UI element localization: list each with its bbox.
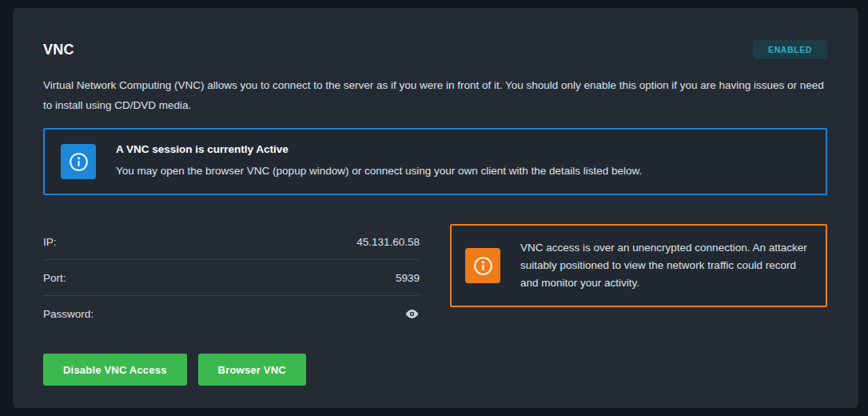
warning-info-icon [465,248,500,283]
eye-icon [404,306,420,322]
info-icon [61,144,96,179]
table-row-password: Password: [43,296,420,332]
warning-text: VNC access is over an unencrypted connec… [520,239,808,292]
table-row-ip: IP: 45.131.60.58 [43,224,420,260]
status-badge: ENABLED [753,40,827,59]
port-label: Port: [43,272,66,284]
vnc-active-alert: A VNC session is currently Active You ma… [43,128,827,195]
warning-body: VNC access is over an unencrypted connec… [520,239,808,292]
vnc-description: Virtual Network Computing (VNC) allows y… [43,75,827,115]
alert-title: A VNC session is currently Active [116,143,642,155]
connection-details-table: IP: 45.131.60.58 Port: 5939 Password: [43,224,420,332]
page-title: VNC [43,42,74,58]
table-row-port: Port: 5939 [43,260,420,296]
unencrypted-warning-alert: VNC access is over an unencrypted connec… [450,224,827,307]
alert-body: A VNC session is currently Active You ma… [116,143,642,180]
alert-text: You may open the browser VNC (popup wind… [116,162,642,180]
disable-vnc-access-button[interactable]: Disable VNC Access [43,354,187,386]
ip-label: IP: [43,236,57,248]
password-label: Password: [43,308,94,320]
ip-value: 45.131.60.58 [356,236,420,248]
card-header: VNC ENABLED [43,40,827,59]
actions-row: Disable VNC Access Browser VNC [43,354,827,386]
details-section: IP: 45.131.60.58 Port: 5939 Password: [43,224,827,332]
reveal-password-button[interactable] [404,306,420,322]
browser-vnc-button[interactable]: Browser VNC [198,354,306,386]
vnc-settings-card: VNC ENABLED Virtual Network Computing (V… [13,8,858,408]
port-value: 5939 [396,272,420,284]
